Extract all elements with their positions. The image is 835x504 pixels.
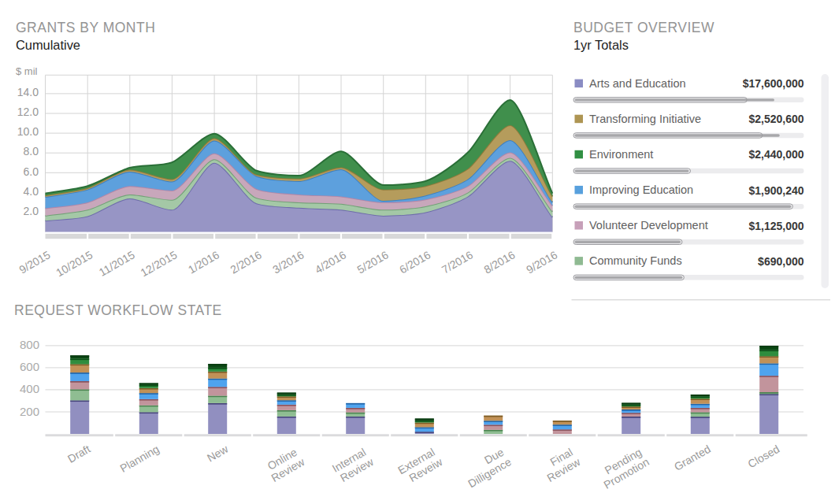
svg-text:Planning: Planning (118, 443, 161, 475)
svg-text:Closed: Closed (746, 443, 782, 471)
svg-text:Granted: Granted (672, 443, 713, 473)
svg-text:Draft: Draft (65, 443, 92, 465)
svg-text:OnlineReview: OnlineReview (263, 444, 307, 484)
svg-text:PendingPromotion: PendingPromotion (596, 445, 651, 491)
svg-text:600: 600 (20, 360, 39, 373)
svg-text:200: 200 (20, 405, 39, 418)
svg-text:ExternalReveiw: ExternalReveiw (395, 444, 445, 487)
svg-text:400: 400 (20, 382, 39, 395)
svg-text:800: 800 (20, 338, 39, 351)
svg-text:InternalReview: InternalReview (330, 444, 377, 485)
svg-text:FinalReview: FinalReview (539, 444, 583, 484)
svg-text:DueDilligence: DueDilligence (459, 445, 513, 491)
svg-text:New: New (205, 442, 231, 464)
